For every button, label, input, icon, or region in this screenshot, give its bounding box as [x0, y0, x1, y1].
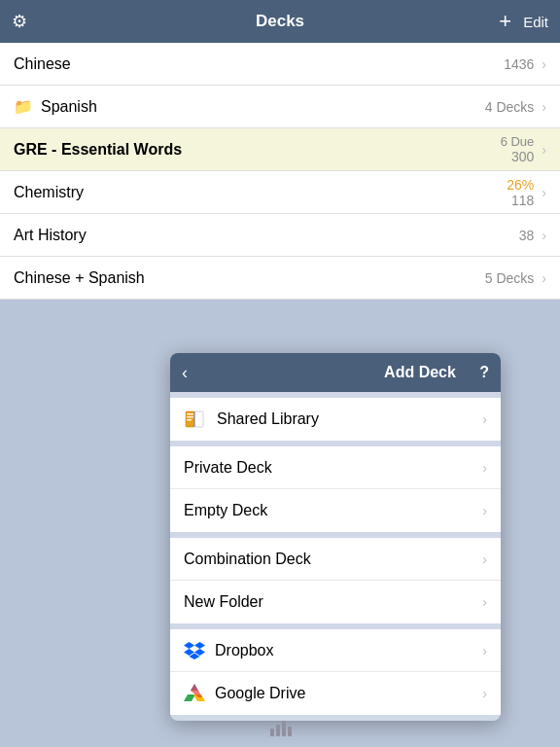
chevron-icon: ›	[482, 686, 487, 701]
chevron-icon: ›	[542, 56, 546, 72]
deck-name: Chemistry	[14, 184, 84, 201]
modal-item-left: Google Drive	[184, 683, 305, 704]
chevron-icon: ›	[482, 503, 487, 518]
svg-marker-12	[184, 694, 195, 701]
deck-row-chemistry[interactable]: Chemistry 26% 118 ›	[0, 171, 560, 214]
modal-item-left: Private Deck	[184, 459, 272, 477]
svg-marker-7	[194, 642, 205, 649]
background-area: ‹ Add Deck ?	[0, 300, 560, 747]
deck-count: 5 Decks	[485, 270, 535, 286]
deck-due-count: 6 Due	[501, 134, 535, 149]
deck-row-left: 📁 Spanish	[14, 97, 97, 116]
deck-row-spanish[interactable]: 📁 Spanish 4 Decks ›	[0, 86, 560, 128]
google-drive-icon	[184, 683, 205, 704]
deck-name: Art History	[14, 227, 87, 244]
deck-count-lines: 6 Due 300	[501, 134, 535, 164]
deck-row-right: 5 Decks ›	[485, 270, 546, 286]
deck-row-gre[interactable]: GRE - Essential Words 6 Due 300 ›	[0, 128, 560, 171]
svg-rect-16	[276, 725, 280, 736]
modal-item-shared-library[interactable]: Shared Library ›	[170, 398, 501, 441]
deck-name: Chinese + Spanish	[14, 269, 145, 287]
modal-header: ‹ Add Deck ?	[170, 353, 501, 392]
modal-item-dropbox[interactable]: Dropbox ›	[170, 629, 501, 672]
deck-row-left: GRE - Essential Words	[14, 141, 182, 159]
deck-row-chinese[interactable]: Chinese 1436 ›	[0, 43, 560, 86]
deck-row-left: Chemistry	[14, 184, 84, 201]
header-title: Decks	[256, 12, 304, 31]
chevron-icon: ›	[542, 228, 546, 243]
shared-library-label: Shared Library	[217, 410, 319, 428]
deck-total-count: 300	[511, 149, 534, 164]
chevron-icon: ›	[482, 411, 487, 427]
chevron-icon: ›	[482, 551, 487, 567]
svg-rect-4	[187, 416, 193, 418]
modal-item-google-drive[interactable]: Google Drive ›	[170, 672, 501, 715]
dropbox-icon	[184, 640, 205, 661]
private-deck-label: Private Deck	[184, 459, 272, 477]
deck-row-left: Art History	[14, 227, 87, 244]
deck-row-right: 1436 ›	[504, 56, 546, 72]
deck-name: Chinese	[14, 55, 71, 73]
deck-count: 1436	[504, 56, 534, 72]
svg-rect-1	[194, 411, 203, 427]
chevron-icon: ›	[542, 270, 546, 286]
google-drive-label: Google Drive	[215, 685, 305, 702]
deck-name: GRE - Essential Words	[14, 141, 182, 159]
chevron-icon: ›	[542, 99, 546, 115]
deck-count: 38	[519, 228, 535, 243]
chevron-icon: ›	[542, 185, 546, 200]
header-right: + Edit	[499, 9, 548, 34]
bottom-bar	[0, 719, 560, 741]
deck-row-arthistory[interactable]: Art History 38 ›	[0, 214, 560, 257]
modal-section-3: Combination Deck › New Folder ›	[170, 538, 501, 623]
modal-item-empty-deck[interactable]: Empty Deck ›	[170, 489, 501, 532]
bar-chart-icon	[268, 719, 292, 741]
book-icon	[184, 409, 207, 429]
add-deck-modal: ‹ Add Deck ?	[170, 353, 501, 721]
modal-item-left: New Folder	[184, 593, 263, 611]
svg-rect-5	[187, 419, 192, 421]
deck-total: 118	[511, 193, 534, 208]
deck-row-right: 26% 118 ›	[507, 177, 546, 208]
modal-item-left: Shared Library	[184, 409, 319, 429]
deck-count: 4 Decks	[485, 99, 535, 115]
deck-row-chinese-spanish[interactable]: Chinese + Spanish 5 Decks ›	[0, 257, 560, 300]
deck-row-right: 6 Due 300 ›	[501, 134, 546, 164]
add-button[interactable]: +	[499, 9, 511, 34]
modal-item-new-folder[interactable]: New Folder ›	[170, 581, 501, 623]
modal-title: Add Deck	[384, 364, 456, 381]
svg-rect-17	[282, 721, 286, 736]
modal-section-1: Shared Library ›	[170, 398, 501, 441]
deck-row-left: Chinese	[14, 55, 71, 73]
modal-back-button[interactable]: ‹	[182, 363, 188, 383]
empty-deck-label: Empty Deck	[184, 502, 267, 519]
deck-list: Chinese 1436 › 📁 Spanish 4 Decks › GRE -…	[0, 43, 560, 300]
svg-marker-6	[184, 642, 194, 649]
svg-rect-18	[288, 727, 292, 736]
modal-item-combination-deck[interactable]: Combination Deck ›	[170, 538, 501, 581]
edit-button[interactable]: Edit	[523, 14, 548, 30]
deck-row-right: 38 ›	[519, 228, 546, 243]
chevron-icon: ›	[482, 643, 487, 658]
modal-item-private-deck[interactable]: Private Deck ›	[170, 446, 501, 489]
new-folder-label: New Folder	[184, 593, 263, 611]
app-header: ⚙ Decks + Edit	[0, 0, 560, 43]
dropbox-label: Dropbox	[215, 642, 273, 659]
chevron-icon: ›	[542, 142, 546, 158]
modal-section-4: Dropbox › Google Drive ›	[170, 629, 501, 715]
folder-icon: 📁	[14, 97, 33, 116]
combination-deck-label: Combination Deck	[184, 551, 311, 568]
svg-rect-3	[187, 413, 193, 415]
gear-icon[interactable]: ⚙	[12, 11, 27, 32]
modal-help-button[interactable]: ?	[479, 364, 489, 381]
modal-item-left: Combination Deck	[184, 551, 311, 568]
chevron-icon: ›	[482, 460, 487, 476]
deck-name: Spanish	[41, 98, 97, 116]
deck-count-lines: 26% 118	[507, 177, 534, 208]
header-left: ⚙	[12, 11, 27, 32]
svg-rect-15	[270, 729, 274, 736]
chevron-icon: ›	[482, 594, 487, 610]
modal-section-2: Private Deck › Empty Deck ›	[170, 446, 501, 532]
modal-item-left: Dropbox	[184, 640, 273, 661]
deck-row-left: Chinese + Spanish	[14, 269, 145, 287]
